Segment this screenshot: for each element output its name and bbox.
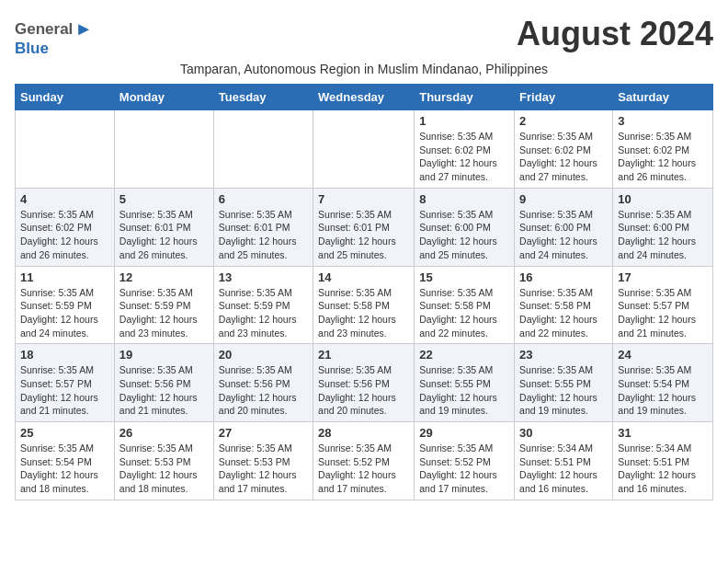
calendar-cell: 19Sunrise: 5:35 AM Sunset: 5:56 PM Dayli… bbox=[114, 344, 213, 422]
day-info: Sunrise: 5:35 AM Sunset: 6:02 PM Dayligh… bbox=[20, 208, 109, 262]
calendar-cell: 20Sunrise: 5:35 AM Sunset: 5:56 PM Dayli… bbox=[213, 344, 313, 422]
day-info: Sunrise: 5:35 AM Sunset: 6:02 PM Dayligh… bbox=[419, 130, 509, 184]
day-info: Sunrise: 5:35 AM Sunset: 5:57 PM Dayligh… bbox=[20, 363, 109, 418]
day-info: Sunrise: 5:35 AM Sunset: 5:54 PM Dayligh… bbox=[618, 363, 708, 418]
calendar-cell: 18Sunrise: 5:35 AM Sunset: 5:57 PM Dayli… bbox=[16, 344, 115, 422]
calendar-cell: 24Sunrise: 5:35 AM Sunset: 5:54 PM Dayli… bbox=[613, 344, 713, 422]
day-number: 15 bbox=[419, 270, 509, 284]
page-header: General ► Blue August 2024 bbox=[15, 15, 713, 58]
day-number: 26 bbox=[119, 426, 209, 440]
calendar-cell: 2Sunrise: 5:35 AM Sunset: 6:02 PM Daylig… bbox=[515, 110, 613, 189]
calendar-cell: 7Sunrise: 5:35 AM Sunset: 6:01 PM Daylig… bbox=[313, 188, 415, 266]
day-info: Sunrise: 5:35 AM Sunset: 5:56 PM Dayligh… bbox=[318, 363, 409, 418]
day-number: 25 bbox=[20, 426, 109, 440]
day-info: Sunrise: 5:35 AM Sunset: 5:55 PM Dayligh… bbox=[419, 363, 509, 418]
calendar-cell: 14Sunrise: 5:35 AM Sunset: 5:58 PM Dayli… bbox=[313, 266, 415, 344]
calendar-cell: 28Sunrise: 5:35 AM Sunset: 5:52 PM Dayli… bbox=[313, 422, 415, 500]
day-info: Sunrise: 5:35 AM Sunset: 6:00 PM Dayligh… bbox=[519, 208, 608, 262]
header-tuesday: Tuesday bbox=[213, 85, 313, 110]
day-number: 9 bbox=[519, 192, 608, 206]
logo-blue: Blue bbox=[15, 40, 49, 58]
day-info: Sunrise: 5:35 AM Sunset: 5:56 PM Dayligh… bbox=[219, 363, 308, 418]
day-number: 24 bbox=[618, 348, 708, 362]
calendar-cell: 15Sunrise: 5:35 AM Sunset: 5:58 PM Dayli… bbox=[415, 266, 515, 344]
day-number: 10 bbox=[618, 192, 708, 206]
calendar-cell: 8Sunrise: 5:35 AM Sunset: 6:00 PM Daylig… bbox=[415, 188, 515, 266]
calendar-cell: 12Sunrise: 5:35 AM Sunset: 5:59 PM Dayli… bbox=[114, 266, 213, 344]
calendar-cell: 27Sunrise: 5:35 AM Sunset: 5:53 PM Dayli… bbox=[213, 422, 313, 500]
day-info: Sunrise: 5:35 AM Sunset: 6:01 PM Dayligh… bbox=[318, 208, 409, 262]
calendar-cell: 21Sunrise: 5:35 AM Sunset: 5:56 PM Dayli… bbox=[313, 344, 415, 422]
day-info: Sunrise: 5:35 AM Sunset: 6:02 PM Dayligh… bbox=[519, 130, 608, 184]
header-thursday: Thursday bbox=[415, 85, 515, 110]
header-friday: Friday bbox=[515, 85, 613, 110]
day-number: 22 bbox=[419, 348, 509, 362]
day-number: 7 bbox=[318, 192, 409, 206]
day-number: 4 bbox=[20, 192, 109, 206]
calendar-cell: 1Sunrise: 5:35 AM Sunset: 6:02 PM Daylig… bbox=[415, 110, 515, 189]
header-monday: Monday bbox=[114, 85, 213, 110]
day-info: Sunrise: 5:35 AM Sunset: 5:58 PM Dayligh… bbox=[419, 286, 509, 340]
day-number: 11 bbox=[20, 270, 109, 284]
calendar-cell: 10Sunrise: 5:35 AM Sunset: 6:00 PM Dayli… bbox=[613, 188, 713, 266]
day-info: Sunrise: 5:35 AM Sunset: 5:54 PM Dayligh… bbox=[20, 442, 109, 496]
day-info: Sunrise: 5:35 AM Sunset: 6:01 PM Dayligh… bbox=[119, 208, 209, 262]
calendar-cell: 29Sunrise: 5:35 AM Sunset: 5:52 PM Dayli… bbox=[415, 422, 515, 500]
day-info: Sunrise: 5:35 AM Sunset: 6:01 PM Dayligh… bbox=[219, 208, 308, 262]
calendar-cell: 22Sunrise: 5:35 AM Sunset: 5:55 PM Dayli… bbox=[415, 344, 515, 422]
day-info: Sunrise: 5:35 AM Sunset: 5:53 PM Dayligh… bbox=[219, 442, 308, 496]
day-number: 18 bbox=[20, 348, 109, 362]
day-info: Sunrise: 5:35 AM Sunset: 5:56 PM Dayligh… bbox=[119, 363, 209, 418]
day-number: 2 bbox=[519, 114, 608, 128]
calendar-cell: 17Sunrise: 5:35 AM Sunset: 5:57 PM Dayli… bbox=[613, 266, 713, 344]
day-number: 8 bbox=[419, 192, 509, 206]
day-info: Sunrise: 5:35 AM Sunset: 5:58 PM Dayligh… bbox=[318, 286, 409, 340]
week-row-4: 18Sunrise: 5:35 AM Sunset: 5:57 PM Dayli… bbox=[16, 344, 713, 422]
day-number: 1 bbox=[419, 114, 509, 128]
day-info: Sunrise: 5:35 AM Sunset: 5:59 PM Dayligh… bbox=[219, 286, 308, 340]
day-info: Sunrise: 5:35 AM Sunset: 6:02 PM Dayligh… bbox=[618, 130, 708, 184]
day-number: 31 bbox=[618, 426, 708, 440]
day-info: Sunrise: 5:35 AM Sunset: 6:00 PM Dayligh… bbox=[419, 208, 509, 262]
weekday-header-row: Sunday Monday Tuesday Wednesday Thursday… bbox=[16, 85, 713, 110]
day-number: 17 bbox=[618, 270, 708, 284]
day-number: 14 bbox=[318, 270, 409, 284]
day-number: 29 bbox=[419, 426, 509, 440]
day-info: Sunrise: 5:35 AM Sunset: 5:55 PM Dayligh… bbox=[519, 363, 608, 418]
calendar-cell: 16Sunrise: 5:35 AM Sunset: 5:58 PM Dayli… bbox=[515, 266, 613, 344]
day-number: 20 bbox=[219, 348, 308, 362]
calendar-cell: 26Sunrise: 5:35 AM Sunset: 5:53 PM Dayli… bbox=[114, 422, 213, 500]
day-number: 23 bbox=[519, 348, 608, 362]
calendar-cell: 13Sunrise: 5:35 AM Sunset: 5:59 PM Dayli… bbox=[213, 266, 313, 344]
day-number: 6 bbox=[219, 192, 308, 206]
header-saturday: Saturday bbox=[613, 85, 713, 110]
calendar-cell bbox=[213, 110, 313, 189]
header-sunday: Sunday bbox=[16, 85, 115, 110]
week-row-3: 11Sunrise: 5:35 AM Sunset: 5:59 PM Dayli… bbox=[16, 266, 713, 344]
week-row-1: 1Sunrise: 5:35 AM Sunset: 6:02 PM Daylig… bbox=[16, 110, 713, 189]
page-subtitle: Tamparan, Autonomous Region in Muslim Mi… bbox=[15, 62, 713, 76]
day-info: Sunrise: 5:35 AM Sunset: 5:52 PM Dayligh… bbox=[318, 442, 409, 496]
day-info: Sunrise: 5:35 AM Sunset: 5:58 PM Dayligh… bbox=[519, 286, 608, 340]
day-number: 5 bbox=[119, 192, 209, 206]
day-info: Sunrise: 5:35 AM Sunset: 5:57 PM Dayligh… bbox=[618, 286, 708, 340]
calendar-cell bbox=[313, 110, 415, 189]
day-number: 28 bbox=[318, 426, 409, 440]
day-number: 3 bbox=[618, 114, 708, 128]
calendar-cell: 9Sunrise: 5:35 AM Sunset: 6:00 PM Daylig… bbox=[515, 188, 613, 266]
day-info: Sunrise: 5:35 AM Sunset: 5:53 PM Dayligh… bbox=[119, 442, 209, 496]
logo-general: General bbox=[15, 20, 73, 39]
day-info: Sunrise: 5:35 AM Sunset: 5:52 PM Dayligh… bbox=[419, 442, 509, 496]
week-row-2: 4Sunrise: 5:35 AM Sunset: 6:02 PM Daylig… bbox=[16, 188, 713, 266]
calendar-cell: 23Sunrise: 5:35 AM Sunset: 5:55 PM Dayli… bbox=[515, 344, 613, 422]
calendar-cell: 30Sunrise: 5:34 AM Sunset: 5:51 PM Dayli… bbox=[515, 422, 613, 500]
day-info: Sunrise: 5:34 AM Sunset: 5:51 PM Dayligh… bbox=[618, 442, 708, 496]
day-info: Sunrise: 5:35 AM Sunset: 6:00 PM Dayligh… bbox=[618, 208, 708, 262]
day-number: 21 bbox=[318, 348, 409, 362]
day-number: 16 bbox=[519, 270, 608, 284]
calendar-cell: 4Sunrise: 5:35 AM Sunset: 6:02 PM Daylig… bbox=[16, 188, 115, 266]
calendar-cell: 3Sunrise: 5:35 AM Sunset: 6:02 PM Daylig… bbox=[613, 110, 713, 189]
calendar-cell: 31Sunrise: 5:34 AM Sunset: 5:51 PM Dayli… bbox=[613, 422, 713, 500]
logo-bird-icon: ► bbox=[74, 18, 93, 40]
day-info: Sunrise: 5:35 AM Sunset: 5:59 PM Dayligh… bbox=[20, 286, 109, 340]
